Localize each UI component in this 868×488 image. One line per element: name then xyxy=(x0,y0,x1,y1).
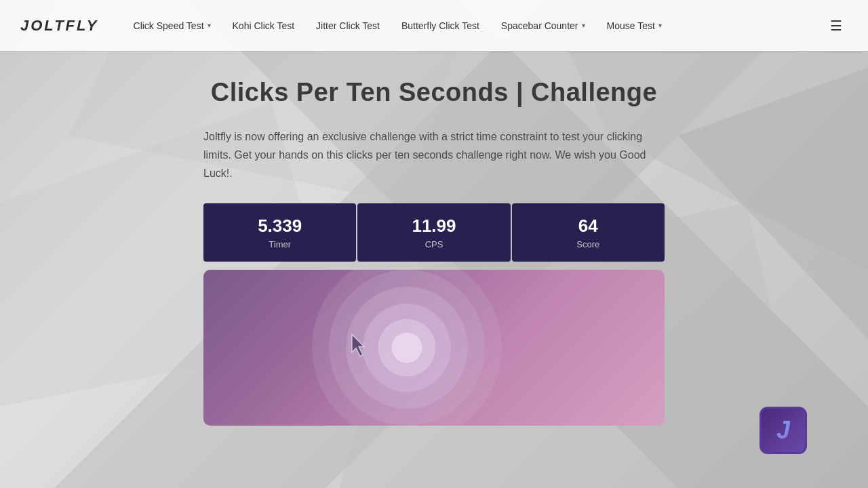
page-description: Joltfly is now offering an exclusive cha… xyxy=(203,127,665,183)
nav-spacebar-counter-chevron: ▾ xyxy=(582,22,585,29)
main-content: Clicks Per Ten Seconds | Challenge Joltf… xyxy=(190,51,678,426)
nav-spacebar-counter[interactable]: Spacebar Counter ▾ xyxy=(490,0,596,51)
stat-score-label: Score xyxy=(519,239,658,249)
stat-timer-value: 5.339 xyxy=(210,216,349,237)
nav-jitter-click-test[interactable]: Jitter Click Test xyxy=(305,0,391,51)
circle-6 xyxy=(392,332,422,363)
hamburger-menu-button[interactable]: ☰ xyxy=(825,12,848,39)
navbar: JOLTFLY Click Speed Test ▾ Kohi Click Te… xyxy=(0,0,868,51)
stat-timer: 5.339 Timer xyxy=(203,203,356,262)
nav-butterfly-click-test[interactable]: Butterfly Click Test xyxy=(391,0,490,51)
app-icon-button[interactable]: J xyxy=(760,407,807,454)
nav-mouse-test-chevron: ▾ xyxy=(658,22,662,29)
stat-score-value: 64 xyxy=(519,216,658,237)
stat-cps-label: CPS xyxy=(364,239,503,249)
nav-click-speed-test-chevron: ▾ xyxy=(208,22,211,29)
logo[interactable]: JOLTFLY xyxy=(20,17,99,35)
nav-click-speed-test-label: Click Speed Test xyxy=(134,20,204,31)
svg-marker-1 xyxy=(678,68,868,339)
nav-kohi-click-test-label: Kohi Click Test xyxy=(233,20,295,31)
stat-cps-value: 11.99 xyxy=(364,216,503,237)
concentric-circles-decoration xyxy=(305,270,509,426)
stats-row: 5.339 Timer 11.99 CPS 64 Score xyxy=(203,203,665,262)
nav-butterfly-click-test-label: Butterfly Click Test xyxy=(401,20,479,31)
nav-mouse-test-label: Mouse Test xyxy=(607,20,655,31)
nav-spacebar-counter-label: Spacebar Counter xyxy=(501,20,578,31)
nav-click-speed-test[interactable]: Click Speed Test ▾ xyxy=(123,0,222,51)
app-icon-label: J xyxy=(776,416,790,445)
stat-timer-label: Timer xyxy=(210,239,349,249)
stat-score: 64 Score xyxy=(512,203,665,262)
nav-mouse-test[interactable]: Mouse Test ▾ xyxy=(596,0,673,51)
nav-links: Click Speed Test ▾ Kohi Click Test Jitte… xyxy=(123,0,825,51)
nav-kohi-click-test[interactable]: Kohi Click Test xyxy=(222,0,306,51)
stat-cps: 11.99 CPS xyxy=(357,203,510,262)
click-test-area[interactable] xyxy=(203,270,665,426)
page-title: Clicks Per Ten Seconds | Challenge xyxy=(203,78,665,107)
nav-jitter-click-test-label: Jitter Click Test xyxy=(316,20,380,31)
